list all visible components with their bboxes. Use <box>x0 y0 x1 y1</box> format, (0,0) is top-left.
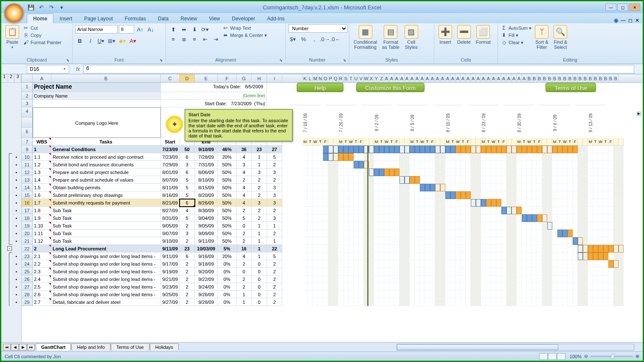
cell[interactable]: 22 <box>267 245 282 253</box>
cell[interactable]: Sub Task <box>51 230 161 237</box>
tab-add-ins[interactable]: Add-Ins <box>261 14 290 23</box>
customize-button[interactable]: Customize this Form <box>356 83 425 92</box>
cell[interactable]: 5 <box>180 176 195 184</box>
col-header[interactable]: B <box>568 74 573 82</box>
col-header[interactable]: B <box>51 74 161 82</box>
col-header[interactable]: A <box>420 74 425 82</box>
cell[interactable]: 4 <box>236 168 252 176</box>
cell[interactable]: 0% <box>218 260 236 268</box>
cell[interactable]: 2 <box>236 283 252 291</box>
cell[interactable]: 5 <box>180 184 195 191</box>
col-header[interactable]: F <box>218 74 236 82</box>
cell[interactable]: 8/30/09 <box>195 207 218 214</box>
cell[interactable]: 2.7 <box>33 298 51 306</box>
col-header[interactable]: A <box>501 74 506 82</box>
tab-developer[interactable]: Developer <box>226 14 261 23</box>
cell[interactable]: 7/31/09 <box>195 161 218 168</box>
cell[interactable]: 3 <box>236 161 252 168</box>
col-header[interactable]: A <box>496 74 501 82</box>
cell[interactable]: 7/23/09 <box>161 153 180 161</box>
col-header[interactable]: A <box>415 74 420 82</box>
underline-button[interactable]: U▾ <box>96 36 106 45</box>
cell[interactable]: 50% <box>218 199 236 207</box>
cell[interactable]: 4 <box>236 199 252 207</box>
col-header[interactable]: Y <box>374 74 379 82</box>
cell[interactable]: 50% <box>218 222 236 230</box>
col-header[interactable]: A <box>425 74 430 82</box>
col-header[interactable]: I <box>267 74 282 82</box>
col-header[interactable]: A <box>461 74 466 82</box>
cell[interactable]: 6 <box>180 253 195 260</box>
cell[interactable]: 2 <box>180 237 195 245</box>
restore-window-icon[interactable]: ◻ <box>628 17 633 23</box>
cell[interactable]: 1 <box>236 291 252 298</box>
col-header[interactable]: A <box>491 74 496 82</box>
col-header[interactable]: B <box>552 74 557 82</box>
cell[interactable]: 0% <box>218 291 236 298</box>
cell[interactable]: Submit preliminary shop drawings <box>51 191 161 199</box>
cell[interactable]: 50 <box>180 146 195 153</box>
row-header[interactable]: 21 <box>22 237 33 245</box>
col-header[interactable]: A <box>33 74 51 82</box>
cell[interactable]: 4 <box>236 184 252 191</box>
cell[interactable]: 5% <box>218 245 236 253</box>
cell[interactable]: 9/05/09 <box>161 222 180 230</box>
percent-icon[interactable]: % <box>299 34 308 44</box>
insert-cells-button[interactable]: ➕Insert <box>437 24 454 45</box>
cell[interactable]: 1 <box>236 298 252 306</box>
cell[interactable]: 8/26/09 <box>195 199 218 207</box>
number-launcher-icon[interactable]: ⬊ <box>343 58 346 62</box>
cut-button[interactable]: ✂Cut <box>22 25 62 31</box>
col-header[interactable]: A <box>476 74 481 82</box>
cell[interactable]: 1.1 <box>33 153 51 161</box>
outline-level-1[interactable]: 1 <box>1 74 8 82</box>
cell[interactable]: 3 <box>252 199 267 207</box>
col-header[interactable]: S <box>343 74 349 82</box>
paste-button[interactable]: 📋Paste▾ <box>4 24 21 50</box>
col-header[interactable]: B <box>547 74 552 82</box>
cell[interactable]: Prepare and submit schedule of values <box>51 176 161 184</box>
cell[interactable]: 5 <box>267 153 282 161</box>
zoom-level[interactable]: 100% <box>570 354 582 359</box>
cell[interactable]: 50% <box>218 230 236 237</box>
decrease-decimal-icon[interactable]: .0← <box>331 34 340 44</box>
col-header[interactable]: D <box>180 74 195 82</box>
cell[interactable]: 2 <box>252 184 267 191</box>
col-header[interactable]: E <box>195 74 218 82</box>
fill-color-button[interactable]: ◆▾ <box>118 36 127 45</box>
cell[interactable]: Sub Task <box>51 207 161 214</box>
cell[interactable]: 9/24/09 <box>195 283 218 291</box>
select-all-corner[interactable] <box>22 74 33 82</box>
col-header[interactable]: A <box>435 74 440 82</box>
cell[interactable]: 2.3 <box>33 268 51 275</box>
cell[interactable]: 50% <box>218 176 236 184</box>
minimize-ribbon-icon[interactable]: — <box>621 17 626 23</box>
cell[interactable]: 6 <box>180 168 195 176</box>
tab-formulas[interactable]: Formulas <box>119 14 152 23</box>
col-header[interactable]: A <box>445 74 450 82</box>
format-painter-button[interactable]: 🖌Format Painter <box>22 39 62 46</box>
cell[interactable]: 9/11/09 <box>161 253 180 260</box>
decrease-indent-icon[interactable]: ⇤ <box>200 34 210 44</box>
col-header[interactable]: M <box>313 74 318 82</box>
cell[interactable]: Submit bond and insurance documents <box>51 161 161 168</box>
row-header[interactable]: 29 <box>22 298 33 306</box>
cell[interactable]: 9/11/09 <box>161 245 180 253</box>
cell[interactable]: 8/07/09 <box>161 176 180 184</box>
row-header[interactable]: 10 <box>22 153 33 161</box>
col-header[interactable]: W <box>364 74 369 82</box>
cell[interactable]: 4 <box>236 191 252 199</box>
cell[interactable]: 9/16/09 <box>195 253 218 260</box>
outline-level-3[interactable]: 3 <box>14 74 21 82</box>
italic-button[interactable]: I <box>86 36 95 45</box>
cell[interactable]: 2.1 <box>33 253 51 260</box>
col-header[interactable]: B <box>603 74 608 82</box>
col-header[interactable]: B <box>593 74 598 82</box>
row-header[interactable]: 9 <box>22 146 33 153</box>
col-header[interactable]: A <box>471 74 476 82</box>
qat-customize-icon[interactable]: ▾ <box>57 3 66 11</box>
outline-level-2[interactable]: 2 <box>8 74 15 82</box>
col-header[interactable]: B <box>578 74 583 82</box>
cell[interactable]: 2 <box>236 207 252 214</box>
cell[interactable]: 2 <box>180 275 195 283</box>
